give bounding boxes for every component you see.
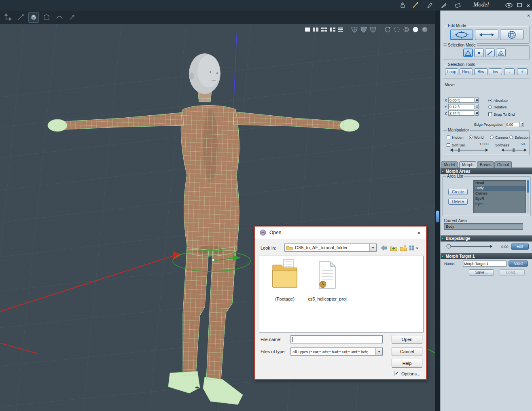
area-list-item[interactable]: EyeR (474, 196, 526, 201)
rotate-view-icon[interactable] (384, 26, 391, 33)
world-radio[interactable] (469, 136, 473, 139)
softness-slider[interactable] (501, 148, 527, 153)
area-list-item[interactable]: Head (474, 180, 526, 186)
hand-tool-icon[interactable] (398, 1, 407, 10)
face-mode-button[interactable] (463, 49, 473, 57)
folder-item-icon[interactable] (271, 258, 299, 290)
help-button[interactable]: Help (392, 359, 422, 368)
folder-item-label[interactable]: (Footage) (267, 297, 303, 301)
vertex-mode-button[interactable] (474, 49, 484, 57)
loop-button[interactable]: Loop (445, 68, 458, 75)
edit-object-button[interactable] (500, 30, 524, 40)
biceps-bulge-header[interactable]: ● BicepsBulge (441, 235, 532, 242)
dialog-close-icon[interactable]: × (414, 227, 424, 238)
wire-sphere-icon[interactable] (403, 26, 410, 33)
delete-area-button[interactable]: Delete (448, 199, 468, 205)
edge-propagation-spinner[interactable] (520, 122, 524, 127)
area-list-item-selected[interactable]: Body (474, 186, 526, 191)
snap-to-grid-checkbox[interactable] (488, 112, 492, 116)
create-area-button[interactable]: Create (448, 189, 468, 195)
look-in-dropdown-icon[interactable]: ▼ (369, 244, 376, 251)
file-item-icon[interactable] (316, 261, 339, 290)
camera-radio[interactable] (490, 136, 494, 139)
edit-edges-button[interactable] (475, 30, 498, 40)
line-tool-icon[interactable] (15, 12, 26, 23)
absolute-radio[interactable] (488, 99, 492, 102)
eye-icon[interactable] (504, 1, 514, 10)
load-button[interactable]: Load... (500, 269, 525, 275)
hidden-checkbox[interactable] (447, 136, 450, 139)
two-pane-layout-icon[interactable] (312, 27, 319, 32)
tab-model[interactable]: Model (441, 161, 458, 168)
selection-radio[interactable] (509, 136, 513, 139)
up-folder-icon[interactable] (389, 244, 398, 252)
files-of-type-combobox[interactable]: All Types (*.car;*.3ds;*.b3d;*.t3d;*.3mf… (290, 347, 383, 356)
move-z-spinner[interactable] (475, 110, 479, 116)
open-button[interactable]: Open (392, 335, 422, 344)
shield-flat-icon[interactable] (360, 26, 367, 33)
extrude-tool-icon[interactable] (28, 12, 39, 23)
look-in-combobox[interactable]: CS5_to_AE_tutorial_folder ▼ (284, 244, 377, 252)
open-dialog-titlebar[interactable]: Open × (255, 227, 426, 239)
move-z-input[interactable] (448, 110, 474, 116)
save-button[interactable]: Save... (469, 269, 494, 275)
ghost-circle-icon[interactable] (393, 26, 401, 33)
edge-propagation-input[interactable] (505, 122, 519, 127)
move-y-spinner[interactable] (475, 104, 479, 109)
valid-button[interactable]: Valid (509, 261, 528, 267)
soft-sel-slider[interactable] (450, 148, 488, 153)
current-area-field[interactable]: Body (444, 223, 523, 230)
files-of-type-dropdown-icon[interactable]: ▼ (375, 348, 382, 355)
four-pane-layout-icon[interactable] (321, 27, 327, 32)
between-button[interactable]: Btw (474, 68, 487, 75)
single-view-icon[interactable] (305, 27, 310, 32)
shrink-selection-button[interactable]: - (504, 68, 515, 75)
edge-mode-button[interactable] (485, 49, 495, 57)
edit-points-button[interactable] (450, 30, 473, 40)
three-pane-layout-icon[interactable] (329, 27, 336, 32)
move-x-input[interactable] (448, 97, 474, 103)
panel-close-icon[interactable]: × (527, 13, 530, 19)
tweak-tool-icon[interactable] (67, 12, 78, 23)
tab-bones[interactable]: Bones (477, 161, 494, 168)
move-y-input[interactable] (448, 104, 474, 109)
panel-splitter-handle[interactable] (436, 210, 439, 222)
relative-radio[interactable] (488, 105, 492, 109)
shield-smooth-icon[interactable] (369, 26, 377, 33)
new-folder-icon[interactable] (399, 244, 408, 252)
stacked-bars-icon[interactable] (338, 27, 343, 32)
bridge-tool-icon[interactable] (54, 12, 65, 23)
file-name-input[interactable] (290, 335, 383, 343)
all-mode-button[interactable]: A (496, 49, 506, 57)
pan-arrows-icon[interactable] (2, 12, 13, 23)
grow-selection-button[interactable]: + (517, 68, 528, 75)
tab-morph[interactable]: Morph (459, 161, 476, 168)
ruler-tool-icon[interactable] (453, 1, 463, 10)
morph-areas-header[interactable]: ▼ Morph Areas (441, 168, 532, 174)
invert-button[interactable]: Inv (489, 68, 502, 75)
biceps-edit-button[interactable]: Edit (511, 244, 529, 250)
maximize-icon[interactable] (515, 1, 524, 10)
morph-target-header[interactable]: ● Morph Target 1 (441, 253, 532, 259)
biceps-slider[interactable] (445, 244, 495, 249)
move-x-spinner[interactable] (475, 97, 479, 103)
shaded-sphere-icon[interactable] (421, 26, 428, 33)
bevel-tool-icon[interactable] (41, 12, 52, 23)
pen-tool-icon[interactable] (425, 1, 435, 10)
close-icon[interactable]: × (524, 1, 532, 10)
cancel-button[interactable]: Cancel (392, 347, 422, 356)
shield-wireframe-icon[interactable] (351, 26, 358, 33)
area-list-scrollbar-thumb[interactable] (527, 180, 529, 193)
morph-name-input[interactable] (463, 261, 507, 267)
knife-tool-icon[interactable] (439, 1, 449, 10)
options-checkbox[interactable]: ✓ (394, 371, 399, 376)
file-item-label[interactable]: cs5_helicopter_proj (303, 297, 352, 301)
view-menu-icon[interactable] (409, 244, 420, 252)
area-list-item[interactable]: Cornea (474, 191, 526, 196)
area-list-scrollbar[interactable] (527, 180, 529, 213)
back-arrow-icon[interactable] (379, 244, 388, 252)
white-sphere-icon[interactable] (412, 26, 419, 33)
area-list-item[interactable]: EyeL (474, 201, 526, 207)
tab-global[interactable]: Global (494, 161, 512, 168)
file-list[interactable]: (Footage) cs5_helicopter_proj (259, 256, 424, 333)
